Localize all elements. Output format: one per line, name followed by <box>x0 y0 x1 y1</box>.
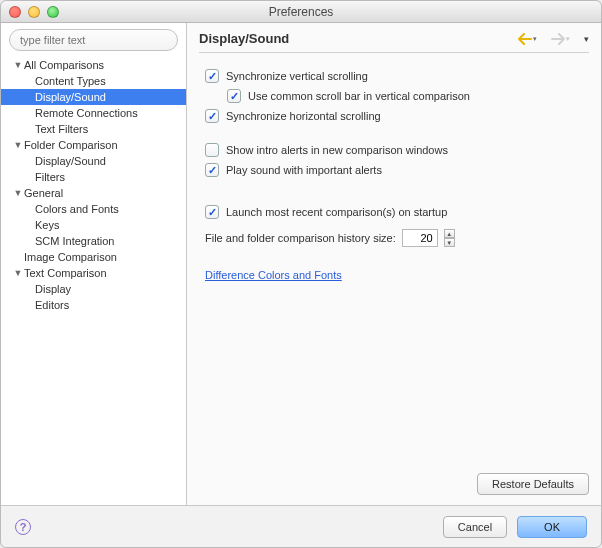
minimize-icon[interactable] <box>28 6 40 18</box>
tree-item-label: All Comparisons <box>24 59 104 71</box>
tree-item[interactable]: ▼All Comparisons <box>1 57 186 73</box>
tree-item-label: Content Types <box>35 75 106 87</box>
launch-recent-checkbox[interactable]: Launch most recent comparison(s) on star… <box>205 205 583 219</box>
tree-item-label: Colors and Fonts <box>35 203 119 215</box>
close-icon[interactable] <box>9 6 21 18</box>
tree-item-label: Keys <box>35 219 59 231</box>
caret-down-icon: ▾ <box>533 35 537 43</box>
stepper-up-icon[interactable]: ▲ <box>444 229 455 238</box>
tree-item-label: Remote Connections <box>35 107 138 119</box>
checkbox-label: Use common scroll bar in vertical compar… <box>248 90 470 102</box>
tree-item[interactable]: ▼Folder Comparison <box>1 137 186 153</box>
disclosure-triangle-icon[interactable]: ▼ <box>13 268 23 278</box>
tree-item[interactable]: ▼Text Comparison <box>1 265 186 281</box>
history-size-stepper[interactable]: ▲ ▼ <box>444 229 455 247</box>
tree-item-label: Filters <box>35 171 65 183</box>
intro-alerts-checkbox[interactable]: Show intro alerts in new comparison wind… <box>205 143 583 157</box>
menu-caret-icon[interactable]: ▾ <box>584 34 589 44</box>
checkbox-icon <box>205 163 219 177</box>
common-scrollbar-checkbox[interactable]: Use common scroll bar in vertical compar… <box>227 89 583 103</box>
filter-input[interactable] <box>9 29 178 51</box>
checkbox-label: Show intro alerts in new comparison wind… <box>226 144 448 156</box>
tree-item-label: Text Comparison <box>24 267 107 279</box>
tree-item-label: Text Filters <box>35 123 88 135</box>
ok-button[interactable]: OK <box>517 516 587 538</box>
tree-item[interactable]: SCM Integration <box>1 233 186 249</box>
tree-item-label: SCM Integration <box>35 235 114 247</box>
disclosure-triangle-icon[interactable]: ▼ <box>13 188 23 198</box>
checkbox-label: Launch most recent comparison(s) on star… <box>226 206 447 218</box>
tree-item-label: Display <box>35 283 71 295</box>
tree-item-label: Folder Comparison <box>24 139 118 151</box>
history-size-input[interactable] <box>402 229 438 247</box>
preference-page: Display/Sound ▾ ▾ ▾ Synchronize vertical… <box>187 23 601 505</box>
tree-item-label: General <box>24 187 63 199</box>
tree-item-label: Editors <box>35 299 69 311</box>
titlebar: Preferences <box>1 1 601 23</box>
history-size-label: File and folder comparison history size: <box>205 232 396 244</box>
forward-button[interactable]: ▾ <box>551 33 570 45</box>
tree-item[interactable]: Editors <box>1 297 186 313</box>
checkbox-label: Synchronize horizontal scrolling <box>226 110 381 122</box>
history-nav: ▾ ▾ ▾ <box>518 33 589 45</box>
tree-item[interactable]: Filters <box>1 169 186 185</box>
sidebar: ▼All ComparisonsContent TypesDisplay/Sou… <box>1 23 187 505</box>
arrow-left-icon <box>518 33 532 45</box>
traffic-lights <box>9 6 59 18</box>
tree-item[interactable]: Colors and Fonts <box>1 201 186 217</box>
difference-colors-link[interactable]: Difference Colors and Fonts <box>205 269 342 281</box>
checkbox-label: Synchronize vertical scrolling <box>226 70 368 82</box>
tree-item[interactable]: Display/Sound <box>1 153 186 169</box>
restore-defaults-button[interactable]: Restore Defaults <box>477 473 589 495</box>
page-title: Display/Sound <box>199 31 289 46</box>
checkbox-icon <box>227 89 241 103</box>
cancel-button[interactable]: Cancel <box>443 516 507 538</box>
tree-item-label: Display/Sound <box>35 155 106 167</box>
tree-item[interactable]: Remote Connections <box>1 105 186 121</box>
back-button[interactable]: ▾ <box>518 33 537 45</box>
tree-item[interactable]: Image Comparison <box>1 249 186 265</box>
play-sound-checkbox[interactable]: Play sound with important alerts <box>205 163 583 177</box>
checkbox-icon <box>205 69 219 83</box>
tree-item[interactable]: Content Types <box>1 73 186 89</box>
zoom-icon[interactable] <box>47 6 59 18</box>
dialog-footer: ? Cancel OK <box>1 505 601 547</box>
checkbox-label: Play sound with important alerts <box>226 164 382 176</box>
preference-tree[interactable]: ▼All ComparisonsContent TypesDisplay/Sou… <box>1 57 186 505</box>
window-title: Preferences <box>1 5 601 19</box>
tree-item[interactable]: Text Filters <box>1 121 186 137</box>
stepper-down-icon[interactable]: ▼ <box>444 238 455 247</box>
disclosure-triangle-icon[interactable]: ▼ <box>13 60 23 70</box>
arrow-right-icon <box>551 33 565 45</box>
disclosure-triangle-icon[interactable]: ▼ <box>13 140 23 150</box>
tree-item-label: Display/Sound <box>35 91 106 103</box>
tree-item-label: Image Comparison <box>24 251 117 263</box>
tree-item[interactable]: Display <box>1 281 186 297</box>
tree-item[interactable]: ▼General <box>1 185 186 201</box>
checkbox-icon <box>205 143 219 157</box>
help-icon[interactable]: ? <box>15 519 31 535</box>
tree-item[interactable]: Display/Sound <box>1 89 186 105</box>
checkbox-icon <box>205 109 219 123</box>
sync-horizontal-checkbox[interactable]: Synchronize horizontal scrolling <box>205 109 583 123</box>
tree-item[interactable]: Keys <box>1 217 186 233</box>
sync-vertical-checkbox[interactable]: Synchronize vertical scrolling <box>205 69 583 83</box>
caret-down-icon: ▾ <box>566 35 570 43</box>
checkbox-icon <box>205 205 219 219</box>
